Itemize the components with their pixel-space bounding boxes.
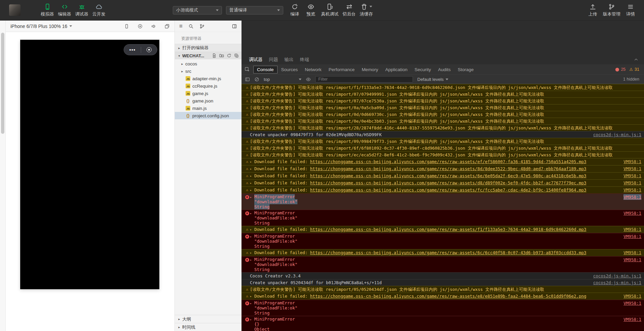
console-row[interactable]: ▸MiniProgramError"downloadFile:ok"String… (242, 233, 644, 249)
source-link[interactable]: VM958:1 (623, 300, 641, 306)
source-link[interactable]: VM958:1 (623, 250, 641, 255)
console-row[interactable]: ⚠▸Download file failed: https://chonggam… (242, 179, 644, 186)
toolbar-button-details[interactable]: 详情 (622, 3, 639, 17)
mode-select[interactable]: 小游戏模式 (173, 6, 222, 14)
console-row[interactable]: ⚠[读取文件/文件夹警告] 可能无法读取 res/import/0d/0d669… (242, 111, 644, 118)
expand-icon[interactable]: ▸ (250, 300, 254, 306)
console-row[interactable]: ⚠[读取文件/文件夹警告] 可能无法读取 res/import/28/2874f… (242, 124, 644, 131)
console-row[interactable]: ⚠▸Download file failed: https://chonggam… (242, 249, 644, 256)
rotate-device-icon[interactable] (124, 24, 129, 29)
expand-icon[interactable]: ▸ (250, 257, 254, 263)
console-link[interactable]: https://chonggame.oss-cn-beijing.aliyunc… (310, 159, 586, 164)
search-icon[interactable] (188, 24, 194, 29)
files-icon[interactable]: ≡ (179, 23, 183, 29)
console-row[interactable]: ⚠[读取文件/文件夹警告] 可能无法读取 res/import/07/07ce7… (242, 97, 644, 104)
console-link[interactable]: https://chonggame.oss-cn-beijing.aliyunc… (310, 250, 586, 255)
console-row[interactable]: ⚠[读取文件/文件夹警告] 可能无法读取 res/import/0e/0e4bc… (242, 118, 644, 124)
console-link[interactable]: https://chonggame.oss-cn-beijing.aliyunc… (310, 166, 586, 171)
tree-item[interactable]: ▸src (175, 67, 242, 75)
chevron-up-icon[interactable] (634, 57, 639, 62)
tab-调试器[interactable]: 调试器 (249, 57, 263, 63)
multi-window-icon[interactable] (164, 24, 170, 29)
toolbar-button-background[interactable]: 切后台 (341, 3, 358, 17)
devtools-tab-security[interactable]: Security (411, 66, 434, 73)
console-link[interactable]: https://chonggame.oss-cn-beijing.aliyunc… (310, 294, 586, 299)
source-link[interactable]: VM958:1 (623, 257, 641, 263)
source-link[interactable]: VM958:1 (623, 166, 641, 172)
eye-icon[interactable] (306, 77, 311, 82)
console-row[interactable]: ⚠[读取文件/文件夹警告] 可能无法读取 res/import/09/09847… (242, 138, 644, 145)
console-row[interactable]: ▸MiniProgramError"downloadFile:ok"String… (242, 256, 644, 272)
console-row[interactable]: ⚠[读取文件/文件夹警告] 可能无法读取 res/import/05/05204… (242, 286, 644, 293)
console-row[interactable]: ▸MiniProgramError"downloadFile:ok"String… (242, 300, 644, 316)
console-row[interactable]: Cocos Creator v2.3.4cocos2d-js-min.js:1 (242, 272, 644, 279)
console-row[interactable]: ▸MiniProgramError"downloadFile:ok"String… (242, 193, 644, 210)
console-row[interactable]: ⚠▸Download file failed: https://chonggam… (242, 165, 644, 172)
source-link[interactable]: VM958:1 (623, 234, 641, 239)
console-row[interactable]: ⚠▸Download file failed: https://chonggam… (242, 226, 644, 233)
refresh-icon[interactable] (227, 53, 231, 58)
tree-item[interactable]: JSmain.js (175, 104, 242, 112)
expand-icon[interactable]: ▸ (250, 166, 254, 172)
tree-item[interactable]: {}project.config.json (175, 112, 242, 119)
source-link[interactable]: VM958:1 (623, 180, 641, 186)
tab-输出[interactable]: 输出 (285, 57, 294, 63)
context-select[interactable]: top (264, 77, 301, 82)
toolbar-button-preview[interactable]: 预览 (303, 3, 319, 17)
devtools-tab-storage[interactable]: Storage (454, 66, 477, 73)
inspect-icon[interactable] (245, 67, 250, 72)
new-folder-icon[interactable] (219, 53, 224, 58)
toolbar-button-debugger[interactable]: 调试器 (73, 3, 90, 17)
expand-icon[interactable]: ▸ (250, 234, 254, 240)
source-link[interactable]: VM958:1 (623, 317, 641, 322)
avatar[interactable] (9, 4, 21, 16)
new-file-icon[interactable] (212, 53, 217, 58)
expand-icon[interactable]: ▸ (250, 187, 254, 193)
console-row[interactable]: ⚠[读取文件/文件夹警告] 可能无法读取 res/import/6f/6f801… (242, 145, 644, 151)
phone-screen[interactable]: ••• (20, 40, 159, 289)
console-sidebar-icon[interactable] (245, 77, 250, 82)
source-link[interactable]: VM958:1 (623, 173, 641, 179)
console-row[interactable]: ▸MiniProgramError{}ObjectVM958:1 (242, 316, 644, 331)
console-row[interactable]: ⚠[读取文件/文件夹警告] 可能无法读取 res/import/0a/0a5cb… (242, 104, 644, 111)
clear-console-icon[interactable] (254, 77, 259, 82)
toolbar-button-simulator[interactable]: 模拟器 (39, 3, 56, 17)
exit-icon[interactable] (147, 47, 152, 52)
source-link[interactable]: VM958:1 (623, 293, 641, 299)
collapse-all-icon[interactable] (234, 53, 239, 58)
toolbar-button-remote-debug[interactable]: 真机调试 (319, 3, 341, 17)
console-row[interactable]: ▸MiniProgramError"downloadFile:ok"String… (242, 210, 644, 226)
toolbar-button-editor[interactable]: 编辑器 (56, 3, 73, 17)
sound-icon[interactable] (151, 24, 156, 29)
tree-item[interactable]: JSccRequire.js (175, 82, 242, 90)
console-link[interactable]: https://chonggame.oss-cn-beijing.aliyunc… (310, 227, 586, 232)
source-link[interactable]: cocos2d-js-min.js:1 (593, 132, 641, 138)
devtools-tab-application[interactable]: Application (382, 66, 411, 73)
console-row[interactable]: Create unpacker 0520434df for b01JBqPmNC… (242, 279, 644, 286)
bottom-section[interactable]: ▸大纲 (175, 315, 242, 323)
console-row[interactable]: ⚠▸Download file failed: https://chonggam… (242, 158, 644, 165)
devtools-tab-memory[interactable]: Memory (358, 66, 382, 73)
tree-item[interactable]: JSgame.js (175, 90, 242, 97)
toolbar-button-upload[interactable]: 上传 (585, 3, 601, 17)
bottom-section[interactable]: ▸时间线 (175, 323, 242, 331)
compile-select[interactable]: 普通编译 (226, 6, 283, 14)
device-select[interactable]: iPhone 6/7/8 Plus 100% 16 (10, 24, 72, 29)
console-output[interactable]: ⚠[读取文件/文件夹警告] 可能无法读取 res/import/f1/f133a… (242, 84, 644, 331)
filter-input[interactable] (315, 76, 413, 83)
devtools-tab-sources[interactable]: Sources (278, 66, 301, 73)
open-editors-section[interactable]: ▸ 打开的编辑器 (175, 44, 242, 52)
source-control-icon[interactable] (199, 24, 205, 29)
toolbar-button-compile[interactable]: 编译 (287, 3, 303, 17)
project-section[interactable]: ▾ WECHAT... (175, 52, 242, 59)
levels-select[interactable]: Default levels (417, 77, 448, 82)
expand-icon[interactable]: ▸ (250, 173, 254, 179)
tree-item[interactable]: {}game.json (175, 97, 242, 104)
devtools-tab-network[interactable]: Network (301, 66, 325, 73)
expand-icon[interactable]: ▸ (250, 227, 254, 233)
devtools-tab-console[interactable]: Console (253, 66, 278, 73)
console-link[interactable]: https://chonggame.oss-cn-beijing.aliyunc… (310, 187, 586, 192)
tree-item[interactable]: ▸cocos (175, 60, 242, 67)
source-link[interactable]: cocos2d-js-min.js:1 (593, 280, 641, 285)
expand-icon[interactable]: ▸ (250, 210, 254, 216)
